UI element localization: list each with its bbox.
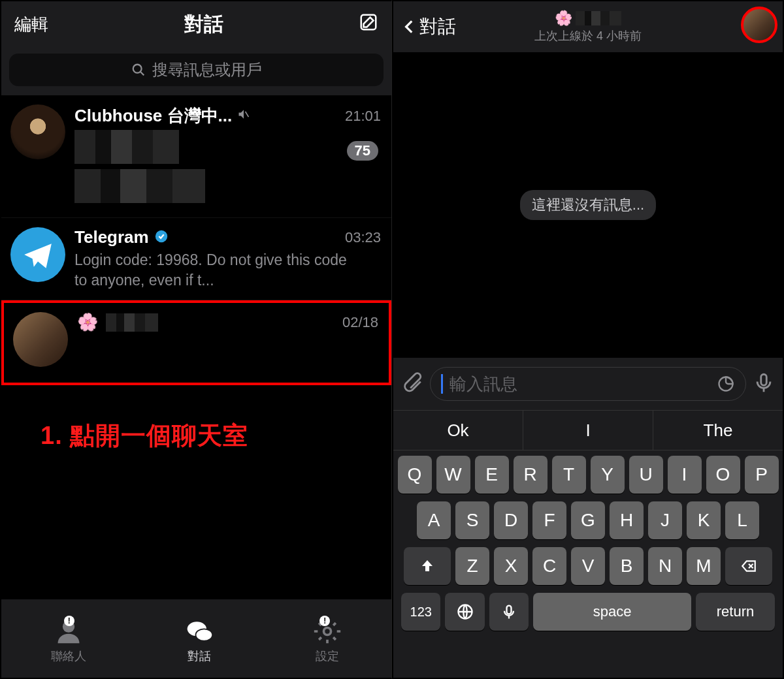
message-area[interactable]: 這裡還沒有訊息...: [393, 52, 783, 358]
suggestion-bar: Ok I The: [393, 410, 783, 450]
message-input[interactable]: 輸入訊息: [430, 367, 746, 401]
tab-contacts[interactable]: ! 聯絡人: [51, 617, 86, 664]
chat-item-highlighted[interactable]: 🌸 02/18: [1, 300, 391, 385]
key-e[interactable]: E: [475, 456, 509, 494]
key-o[interactable]: O: [706, 456, 740, 494]
badge-icon: !: [64, 616, 74, 626]
key-c[interactable]: C: [532, 547, 566, 585]
key-row: ZXCVBNM: [397, 547, 779, 585]
empty-state: 這裡還沒有訊息...: [520, 190, 656, 220]
tab-settings[interactable]: ! 設定: [313, 617, 342, 664]
svg-point-8: [324, 628, 331, 635]
header-bar: 對話 🌸 上次上線於 4 小時前: [393, 1, 783, 52]
text-cursor: [441, 374, 443, 394]
avatar: [13, 312, 68, 367]
numbers-key[interactable]: 123: [401, 593, 440, 631]
svg-line-2: [140, 72, 144, 76]
back-label: 對話: [419, 14, 456, 39]
key-x[interactable]: X: [494, 547, 528, 585]
edit-button[interactable]: 編輯: [14, 13, 48, 36]
globe-key[interactable]: [445, 593, 484, 631]
chat-list: Clubhouse 台灣中... 21:01 75 Telegram: [1, 95, 391, 385]
key-row: ASDFGHJKL: [397, 501, 779, 539]
chat-name-redacted: [106, 313, 158, 332]
svg-rect-10: [761, 374, 767, 385]
chevron-left-icon: [401, 16, 418, 37]
key-j[interactable]: J: [648, 501, 682, 539]
key-s[interactable]: S: [455, 501, 489, 539]
unread-badge: 75: [347, 141, 378, 161]
key-p[interactable]: P: [745, 456, 779, 494]
last-seen: 上次上線於 4 小時前: [534, 28, 642, 44]
voice-icon[interactable]: [753, 371, 775, 396]
svg-point-7: [196, 629, 213, 640]
avatar: [10, 104, 65, 159]
key-row: QWERTYUIOP: [397, 456, 779, 494]
compose-icon[interactable]: [359, 12, 378, 37]
key-r[interactable]: R: [514, 456, 547, 494]
chat-name: Telegram: [74, 227, 149, 247]
search-input[interactable]: 搜尋訊息或用戶: [9, 54, 384, 86]
key-z[interactable]: Z: [455, 547, 489, 585]
flower-emoji: 🌸: [77, 312, 98, 332]
chat-name: Clubhouse 台灣中...: [74, 104, 232, 127]
key-a[interactable]: A: [417, 501, 451, 539]
keyboard: Ok I The QWERTYUIOP ASDFGHJKL ZXCVBNM 12…: [393, 410, 783, 678]
key-row: 123 space return: [397, 593, 779, 637]
search-placeholder: 搜尋訊息或用戶: [152, 59, 262, 80]
back-button[interactable]: 對話: [401, 14, 456, 39]
tab-label: 設定: [316, 648, 339, 664]
svg-rect-14: [507, 606, 512, 614]
suggestion[interactable]: I: [523, 411, 653, 450]
tab-label: 聯絡人: [51, 648, 86, 664]
key-v[interactable]: V: [571, 547, 605, 585]
chat-item[interactable]: Clubhouse 台灣中... 21:01 75: [1, 95, 391, 218]
contact-name-redacted: [575, 11, 621, 25]
key-q[interactable]: Q: [398, 456, 432, 494]
muted-icon: [237, 108, 250, 124]
key-k[interactable]: K: [687, 501, 721, 539]
key-h[interactable]: H: [610, 501, 644, 539]
key-g[interactable]: G: [571, 501, 605, 539]
tab-bar: ! 聯絡人 對話 ! 設定: [1, 599, 391, 678]
dictation-key[interactable]: [489, 593, 529, 631]
input-placeholder: 輸入訊息: [449, 373, 710, 396]
avatar: [10, 227, 65, 282]
suggestion[interactable]: Ok: [393, 411, 523, 450]
verified-icon: [154, 229, 169, 246]
contact-avatar-highlighted[interactable]: [741, 7, 777, 43]
sticker-icon[interactable]: [717, 375, 735, 393]
tab-label: 對話: [188, 648, 211, 664]
chat-preview: Login code: 19968. Do not give this code…: [74, 250, 349, 291]
key-u[interactable]: U: [629, 456, 663, 494]
chat-time: 03:23: [345, 229, 381, 246]
suggestion[interactable]: The: [653, 411, 783, 450]
key-f[interactable]: F: [532, 501, 566, 539]
search-wrap: 搜尋訊息或用戶: [1, 47, 391, 95]
return-key[interactable]: return: [696, 593, 775, 631]
svg-point-1: [133, 65, 141, 73]
input-bar: 輸入訊息: [393, 358, 783, 410]
key-l[interactable]: L: [725, 501, 759, 539]
chat-item[interactable]: Telegram 03:23 Login code: 19968. Do not…: [1, 218, 391, 300]
key-w[interactable]: W: [436, 456, 470, 494]
contact-title[interactable]: 🌸 上次上線於 4 小時前: [534, 10, 642, 44]
chat-time: 02/18: [342, 314, 378, 331]
attach-icon[interactable]: [401, 371, 423, 396]
key-t[interactable]: T: [552, 456, 586, 494]
key-d[interactable]: D: [494, 501, 528, 539]
chat-preview-redacted: [74, 130, 349, 208]
key-i[interactable]: I: [668, 456, 702, 494]
search-icon: [131, 63, 146, 77]
header-bar: 編輯 對話: [1, 1, 391, 47]
tab-chats[interactable]: 對話: [185, 617, 214, 664]
key-b[interactable]: B: [610, 547, 644, 585]
key-n[interactable]: N: [648, 547, 682, 585]
key-m[interactable]: M: [687, 547, 721, 585]
key-y[interactable]: Y: [591, 456, 625, 494]
space-key[interactable]: space: [533, 593, 691, 631]
chat-list-screen: 編輯 對話 搜尋訊息或用戶 Clubhouse 台灣中... 21:01: [0, 0, 392, 679]
backspace-key[interactable]: [725, 547, 772, 585]
shift-key[interactable]: [404, 547, 451, 585]
conversation-screen: 對話 🌸 上次上線於 4 小時前 2. 這裡還沒有訊息... 輸入訊息 Ok: [392, 0, 784, 679]
